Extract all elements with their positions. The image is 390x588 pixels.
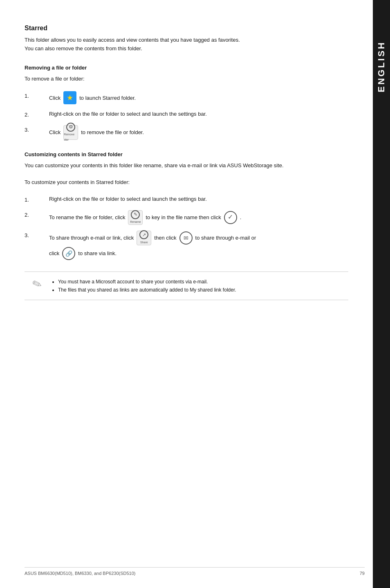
note-content: You must have a Microsoft account to sha…: [52, 278, 344, 294]
step-1-content: Click ★ to launch Starred folder.: [49, 91, 348, 104]
rename-icon: ✎ Rename: [128, 210, 143, 225]
starred-section: Starred This folder allows you to easily…: [25, 25, 348, 53]
step-3-text-before: Click: [49, 128, 61, 137]
rename-text-before: To rename the file or folder, click: [49, 213, 125, 222]
note-list: You must have a Microsoft account to sha…: [52, 278, 344, 294]
share-text-before: To share through e-mail or link, click: [49, 233, 134, 243]
remove-star-icon: ⚙ Remove star: [63, 125, 78, 140]
share-text-click: click: [49, 248, 59, 259]
rename-text-middle: to key in the file name then click: [146, 213, 221, 222]
cust-step-3-content: To share through e-mail or link, click ↗…: [49, 231, 348, 260]
customizing-section: Customizing contents in Starred folder Y…: [25, 151, 348, 260]
removing-step-1: 1. Click ★ to launch Starred folder.: [25, 91, 348, 104]
share-email-icon: ✉: [179, 231, 193, 245]
step-3-line1: To share through e-mail or link, click ↗…: [49, 231, 256, 245]
note-icon-container: ✎: [29, 278, 45, 291]
customizing-intro2: To customize your contents in Starred fo…: [25, 178, 348, 187]
share-text-then: then click: [154, 233, 176, 243]
share-icon: ↗ Share: [137, 231, 151, 245]
footer: ASUS BM6630(MD510), BM6330, and BP6230(S…: [25, 567, 365, 576]
customizing-step-3: 3. To share through e-mail or link, clic…: [25, 231, 348, 260]
main-content: Starred This folder allows you to easily…: [0, 0, 373, 588]
starred-intro: This folder allows you to easily access …: [25, 36, 348, 53]
star-icon: ★: [63, 91, 76, 104]
step-3-line2: click 🔗 to share via link.: [49, 247, 117, 260]
removing-intro: To remove a file or folder:: [25, 75, 348, 83]
removing-step-2: 2. Right-click on the file or folder to …: [25, 110, 348, 119]
note-item-2: The files that you shared as links are a…: [58, 286, 344, 294]
note-item-1: You must have a Microsoft account to sha…: [58, 278, 344, 286]
cust-step-number-2: 2.: [25, 210, 49, 220]
customizing-steps: 1. Right-click on the file or folder to …: [25, 195, 348, 260]
customizing-intro1: You can customize your contents in this …: [25, 162, 348, 170]
cust-step-1-content: Right-click on the file or folder to sel…: [49, 195, 348, 204]
cust-step-number-1: 1.: [25, 195, 49, 204]
page-container: Starred This folder allows you to easily…: [0, 0, 390, 588]
cust-step-number-3: 3.: [25, 231, 49, 240]
removing-step-3: 3. Click ⚙ Remove star to remove the fil…: [25, 125, 348, 140]
step-1-text-after: to launch Starred folder.: [79, 93, 136, 103]
step-number-3: 3.: [25, 125, 49, 135]
note-box: ✎ You must have a Microsoft account to s…: [25, 272, 348, 301]
rename-text-after: .: [240, 213, 242, 222]
step-2-content: Right-click on the file or folder to sel…: [49, 110, 348, 119]
step-3-text-after: to remove the file or folder.: [81, 128, 144, 137]
step-number-2: 2.: [25, 110, 49, 119]
starred-title: Starred: [25, 25, 348, 32]
customizing-title: Customizing contents in Starred folder: [25, 151, 348, 157]
removing-title: Removing a file or folder: [25, 65, 348, 71]
side-tab: ENGLISH: [373, 0, 390, 588]
share-link-icon: 🔗: [62, 247, 75, 260]
step-3-content: Click ⚙ Remove star to remove the file o…: [49, 125, 348, 140]
confirm-icon: ✓: [224, 211, 237, 224]
pencil-icon: ✎: [30, 276, 44, 292]
cust-step-2-content: To rename the file or folder, click ✎ Re…: [49, 210, 348, 225]
share-text-link: to share via link.: [78, 248, 117, 259]
share-text-email: to share through e-mail or: [195, 233, 256, 243]
removing-section: Removing a file or folder To remove a fi…: [25, 65, 348, 140]
footer-model: ASUS BM6630(MD510), BM6330, and BP6230(S…: [25, 571, 135, 576]
step-3-inner: To share through e-mail or link, click ↗…: [49, 231, 256, 260]
footer-page: 79: [360, 571, 365, 576]
customizing-step-2: 2. To rename the file or folder, click ✎…: [25, 210, 348, 225]
customizing-step-1: 1. Right-click on the file or folder to …: [25, 195, 348, 204]
step-number-1: 1.: [25, 91, 49, 101]
step-1-text-before: Click: [49, 93, 61, 103]
language-label: ENGLISH: [376, 41, 387, 92]
removing-steps: 1. Click ★ to launch Starred folder. 2. …: [25, 91, 348, 140]
